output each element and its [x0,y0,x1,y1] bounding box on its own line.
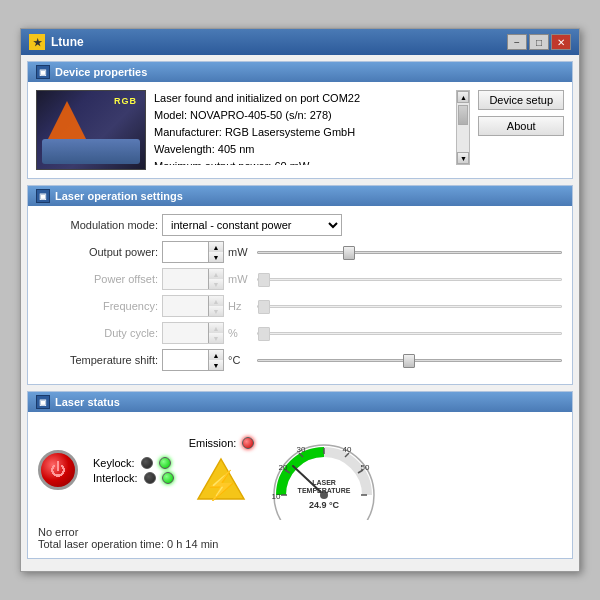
device-info-line-1: Laser found and initialized on port COM2… [154,90,454,107]
power-offset-input: 0.0 [163,269,208,289]
keylock-label: Keylock: [93,457,135,469]
device-properties-panel: ▣ Device properties RGB Laser found and … [27,61,573,179]
svg-text:LASER: LASER [312,479,336,486]
temp-shift-row: Temperature shift: 0.0 ▲ ▼ °C [38,349,562,371]
emission-label-row: Emission: [189,437,255,449]
main-window: ★ Ltune − □ ✕ ▣ Device properties RGB [20,28,580,572]
output-power-up[interactable]: ▲ [209,242,223,252]
laser-body [42,139,140,164]
no-error-text: No error [38,526,562,538]
close-button[interactable]: ✕ [551,34,571,50]
app-title: Ltune [51,35,84,49]
keylock-row: Keylock: [93,457,174,469]
frequency-row: Frequency: 0 ▲ ▼ Hz [38,295,562,317]
duty-cycle-slider-thumb [258,327,270,341]
panel-icon: ▣ [36,65,50,79]
output-power-row: Output power: 18.0 ▲ ▼ mW [38,241,562,263]
modulation-select[interactable]: internal - constant power external - ana… [162,214,342,236]
laser-status-title: Laser status [55,396,120,408]
power-offset-slider-track [257,278,562,281]
temp-shift-input[interactable]: 0.0 [163,350,208,370]
emission-label: Emission: [189,437,237,449]
scroll-down-button[interactable]: ▼ [457,152,469,164]
gauge-svg: 10 20 30 40 50 LASER TEMPERATURE [269,420,379,520]
device-info-scrollbar[interactable]: ▲ ▼ [456,90,470,165]
power-offset-spinbox: 0.0 ▲ ▼ [162,268,224,290]
window-controls: − □ ✕ [507,34,571,50]
power-icon: ⏻ [50,461,66,479]
svg-text:40: 40 [343,445,352,454]
temp-shift-slider-container [257,350,562,370]
power-offset-up: ▲ [209,269,223,279]
duty-cycle-down: ▼ [209,333,223,343]
output-power-unit: mW [228,246,253,258]
about-button[interactable]: About [478,116,564,136]
frequency-down: ▼ [209,306,223,316]
scroll-up-button[interactable]: ▲ [457,91,469,103]
device-properties-title: Device properties [55,66,147,78]
svg-text:20: 20 [279,463,288,472]
modulation-label: Modulation mode: [38,219,158,231]
power-offset-row: Power offset: 0.0 ▲ ▼ mW [38,268,562,290]
maximize-button[interactable]: □ [529,34,549,50]
laser-settings-panel: ▣ Laser operation settings Modulation mo… [27,185,573,385]
interlock-led-2 [162,472,174,484]
laser-image: RGB [36,90,146,170]
frequency-slider-thumb [258,300,270,314]
status-bottom: No error Total laser operation time: 0 h… [38,526,562,550]
device-info: Laser found and initialized on port COM2… [154,90,454,170]
device-info-line-3: Manufacturer: RGB Lasersysteme GmbH [154,124,454,141]
duty-cycle-slider-track [257,332,562,335]
modulation-row: Modulation mode: internal - constant pow… [38,214,562,236]
power-button[interactable]: ⏻ [38,450,78,490]
duty-cycle-slider-container [257,323,562,343]
frequency-up: ▲ [209,296,223,306]
status-indicators-row: ⏻ Keylock: Interlock: [38,420,562,520]
temp-shift-down[interactable]: ▼ [209,360,223,370]
laser-status-header: ▣ Laser status [28,392,572,412]
duty-cycle-spinbox: 0.0 ▲ ▼ [162,322,224,344]
device-info-line-5: Maximum output power: 60 mW [154,158,454,165]
keylock-led-1 [141,457,153,469]
interlock-label: Interlock: [93,472,138,484]
status-panel-icon: ▣ [36,395,50,409]
interlock-row: Interlock: [93,472,174,484]
output-power-slider-thumb[interactable] [343,246,355,260]
power-offset-slider-thumb [258,273,270,287]
power-offset-down: ▼ [209,279,223,289]
temp-shift-up[interactable]: ▲ [209,350,223,360]
settings-panel-icon: ▣ [36,189,50,203]
svg-text:30: 30 [297,445,306,454]
duty-cycle-unit: % [228,327,253,339]
output-power-input[interactable]: 18.0 [163,242,208,262]
frequency-unit: Hz [228,300,253,312]
temp-shift-spinbox[interactable]: 0.0 ▲ ▼ [162,349,224,371]
title-bar: ★ Ltune − □ ✕ [21,29,579,55]
power-offset-unit: mW [228,273,253,285]
laser-brand-label: RGB [114,96,137,106]
keylock-led-2 [159,457,171,469]
device-info-line-2: Model: NOVAPRO-405-50 (s/n: 278) [154,107,454,124]
output-power-spinbox[interactable]: 18.0 ▲ ▼ [162,241,224,263]
output-power-label: Output power: [38,246,158,258]
duty-cycle-input: 0.0 [163,323,208,343]
frequency-slider-container [257,296,562,316]
keylock-section: Keylock: Interlock: [93,457,174,484]
frequency-label: Frequency: [38,300,158,312]
laser-settings-header: ▣ Laser operation settings [28,186,572,206]
warning-sign: ⚡ [196,457,246,504]
power-offset-slider-container [257,269,562,289]
temp-shift-unit: °C [228,354,253,366]
temp-shift-slider-track [257,359,562,362]
minimize-button[interactable]: − [507,34,527,50]
svg-text:⚡: ⚡ [204,469,239,501]
device-setup-button[interactable]: Device setup [478,90,564,110]
svg-text:10: 10 [272,492,281,501]
scroll-thumb[interactable] [458,105,468,125]
temp-shift-slider-thumb[interactable] [403,354,415,368]
output-power-slider-track [257,251,562,254]
svg-text:24.9 °C: 24.9 °C [309,500,340,510]
output-power-down[interactable]: ▼ [209,252,223,262]
duty-cycle-row: Duty cycle: 0.0 ▲ ▼ % [38,322,562,344]
power-offset-label: Power offset: [38,273,158,285]
